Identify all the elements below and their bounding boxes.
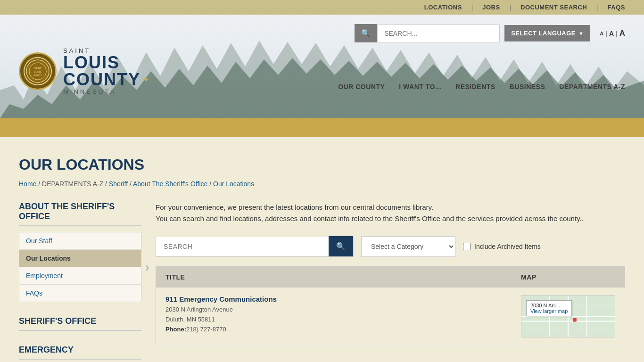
result-address: 2030 N Arlington Avenue Duluth, MN 55811… xyxy=(165,305,502,334)
topbar-link-jobs[interactable]: JOBS xyxy=(482,4,500,11)
county-seal: SAINT LOUIS COUNTY xyxy=(19,52,57,90)
location-search-button[interactable]: 🔍 xyxy=(329,236,353,256)
seal-inner: SAINT LOUIS COUNTY xyxy=(24,57,52,85)
divider-1: | xyxy=(471,4,473,11)
sidebar-item-faqs[interactable]: FAQs xyxy=(19,285,141,302)
star-icon: ✦ xyxy=(142,74,149,85)
sidebar-sheriffs-section: SHERIFF'S OFFICE xyxy=(19,316,141,331)
breadcrumb: Home / DEPARTMENTS A-Z / Sheriff / About… xyxy=(19,180,625,188)
top-bar: LOCATIONS | JOBS | DOCUMENT SEARCH | FAQ… xyxy=(0,0,644,15)
header-search-button[interactable]: 🔍 xyxy=(355,24,377,42)
archive-checkbox[interactable] xyxy=(463,243,471,250)
svg-text:LOUIS: LOUIS xyxy=(34,70,41,73)
divider-3: | xyxy=(596,4,598,11)
table-row: 911 Emergency Communications 2030 N Arli… xyxy=(156,288,625,346)
nav-business[interactable]: BUSINESS xyxy=(510,83,545,90)
content-layout: ABOUT THE SHERIFF'S OFFICE Our Staff Our… xyxy=(19,202,625,362)
archive-label[interactable]: Include Archived Items xyxy=(463,243,541,250)
breadcrumb-home[interactable]: Home xyxy=(19,180,36,188)
font-size-medium[interactable]: A xyxy=(609,30,614,37)
map-tooltip: 2030 N Arli... View larger map xyxy=(526,300,572,316)
sidebar-item-our-locations[interactable]: Our Locations xyxy=(19,250,141,267)
topbar-link-faqs[interactable]: FAQS xyxy=(608,4,625,11)
logo[interactable]: SAINT LOUIS COUNTY SAINT LOUIS COUNTY ✦ … xyxy=(19,47,149,95)
intro-text: For your convenience, we present the lat… xyxy=(156,202,625,224)
font-size-large[interactable]: A xyxy=(619,29,625,38)
breadcrumb-our-locations[interactable]: Our Locations xyxy=(213,180,254,188)
sidebar-item-our-staff[interactable]: Our Staff xyxy=(19,232,141,250)
gold-bar xyxy=(0,118,644,137)
view-larger-map-link[interactable]: View larger map xyxy=(530,308,568,314)
breadcrumb-sheriff[interactable]: Sheriff xyxy=(109,180,128,188)
filter-bar: 🔍 Select a Category Include Archived Ite… xyxy=(156,236,625,257)
svg-rect-15 xyxy=(573,318,577,322)
svg-text:SAINT: SAINT xyxy=(34,67,41,70)
nav-residents[interactable]: RESIDENTS xyxy=(455,83,495,90)
sidebar-emergency-heading: EMERGENCY xyxy=(19,345,141,360)
main-area: For your convenience, we present the lat… xyxy=(156,202,625,362)
col-title: TITLE xyxy=(156,267,512,288)
page-title: OUR LOCATIONS xyxy=(19,156,625,173)
sidebar-about-section: ABOUT THE SHERIFF'S OFFICE Our Staff Our… xyxy=(19,202,141,302)
page-background: OUR LOCATIONS Home / DEPARTMENTS A-Z / S… xyxy=(0,137,644,362)
font-size-small[interactable]: A xyxy=(600,31,603,36)
table-header-row: TITLE MAP xyxy=(156,267,625,288)
breadcrumb-about-sheriff[interactable]: About The Sheriff's Office xyxy=(133,180,207,188)
sidebar-box: Our Staff Our Locations Employment FAQs xyxy=(19,232,141,302)
search-bar: 🔍 xyxy=(355,24,500,42)
sidebar: ABOUT THE SHERIFF'S OFFICE Our Staff Our… xyxy=(19,202,141,362)
font-size-controls: A | A | A xyxy=(600,29,625,38)
sidebar-item-employment[interactable]: Employment xyxy=(19,267,141,285)
header-search-input[interactable] xyxy=(377,25,500,42)
location-search-wrap: 🔍 xyxy=(156,236,354,257)
results-table: TITLE MAP 911 Emergency Communications 2… xyxy=(156,266,625,346)
table-cell-title: 911 Emergency Communications 2030 N Arli… xyxy=(156,288,512,346)
nav-i-want-to[interactable]: I WANT TO... xyxy=(399,83,441,90)
sidebar-about-heading: ABOUT THE SHERIFF'S OFFICE xyxy=(19,202,141,226)
result-title: 911 Emergency Communications xyxy=(165,295,502,303)
main-nav: OUR COUNTY I WANT TO... RESIDENTS BUSINE… xyxy=(338,83,625,95)
sidebar-sheriffs-heading: SHERIFF'S OFFICE xyxy=(19,316,141,331)
table-cell-map: 2030 N Arli... View larger map xyxy=(512,288,625,346)
divider-2: | xyxy=(510,4,511,11)
category-select[interactable]: Select a Category xyxy=(361,236,455,257)
location-search-input[interactable] xyxy=(156,237,329,256)
topbar-link-document-search[interactable]: DOCUMENT SEARCH xyxy=(520,4,587,11)
map-preview: 2030 N Arli... View larger map xyxy=(521,295,615,337)
nav-departments-az[interactable]: DEPARTMENTS A-Z xyxy=(559,83,625,90)
nav-our-county[interactable]: OUR COUNTY xyxy=(338,83,385,90)
topbar-link-locations[interactable]: LOCATIONS xyxy=(424,4,462,11)
language-select-button[interactable]: SELECT LANGUAGE ▼ xyxy=(504,25,590,41)
chevron-down-icon: ▼ xyxy=(578,31,584,36)
header: 🔍 SELECT LANGUAGE ▼ A | A | A xyxy=(0,15,644,118)
sidebar-emergency-section: EMERGENCY xyxy=(19,345,141,360)
svg-text:COUNTY: COUNTY xyxy=(34,74,42,76)
breadcrumb-departments: DEPARTMENTS A-Z xyxy=(42,180,103,188)
col-map: MAP xyxy=(512,267,625,288)
logo-text: SAINT LOUIS COUNTY ✦ MINNESOTA xyxy=(63,47,149,95)
